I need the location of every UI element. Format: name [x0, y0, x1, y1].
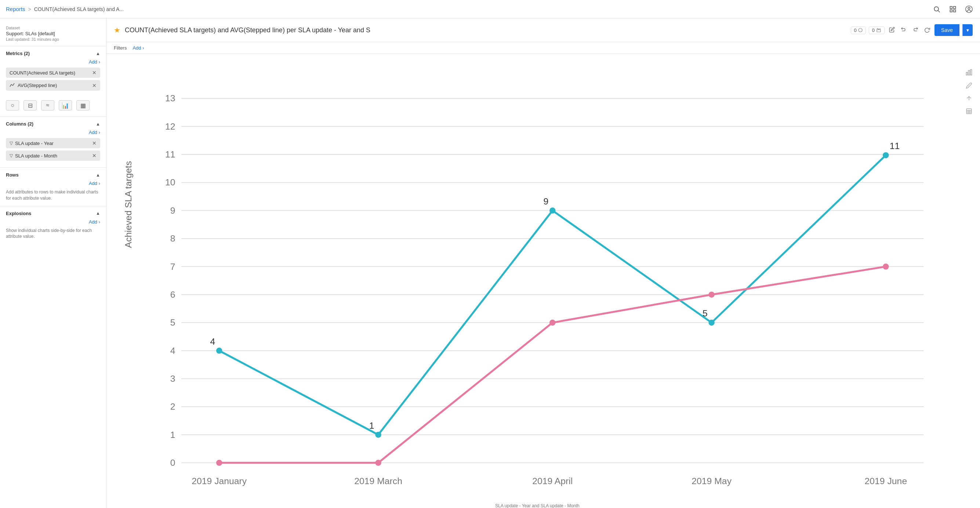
- undo-icon[interactable]: [899, 25, 908, 35]
- y-axis-label: Achieved SLA targets: [123, 161, 133, 248]
- user-icon[interactable]: [964, 4, 974, 14]
- metrics-title: Metrics (2): [6, 51, 30, 56]
- save-button[interactable]: Save: [934, 24, 959, 36]
- main-layout: Dataset Support: SLAs [default] Last upd…: [0, 18, 980, 508]
- breadcrumb-reports-link[interactable]: Reports: [6, 6, 25, 12]
- column-year-tag[interactable]: ▽ SLA update - Year ✕: [6, 138, 100, 148]
- svg-text:2019 April: 2019 April: [532, 476, 573, 486]
- rows-add-link[interactable]: Add ›: [6, 181, 100, 186]
- pencil-tool[interactable]: [966, 82, 972, 91]
- line2-pt3: [708, 291, 714, 298]
- line2-pt2: [549, 320, 556, 326]
- svg-text:6: 6: [170, 290, 175, 299]
- svg-rect-5: [954, 10, 956, 12]
- metric-count-remove[interactable]: ✕: [92, 70, 97, 76]
- svg-point-7: [968, 7, 970, 9]
- grid-icon[interactable]: [948, 4, 958, 14]
- svg-rect-3: [954, 6, 956, 8]
- svg-text:10: 10: [165, 177, 175, 187]
- counter1-icon: [858, 28, 862, 32]
- svg-text:12: 12: [165, 121, 175, 131]
- dataset-label: Dataset: [6, 26, 100, 30]
- svg-text:2: 2: [170, 401, 175, 411]
- svg-text:2019 January: 2019 January: [192, 476, 247, 486]
- explosions-empty-text: Show individual charts side-by-side for …: [6, 228, 100, 240]
- column-month-remove[interactable]: ✕: [92, 153, 97, 159]
- dataset-updated: Last updated: 31 minutes ago: [6, 37, 100, 41]
- columns-add-link[interactable]: Add ›: [6, 130, 100, 135]
- refresh-icon[interactable]: [923, 25, 932, 35]
- explosions-add-link[interactable]: Add ›: [6, 219, 100, 225]
- svg-rect-51: [966, 109, 972, 114]
- report-header: ★ COUNT(Achieved SLA targets) and AVG(St…: [107, 18, 980, 42]
- main-content: ★ COUNT(Achieved SLA targets) and AVG(St…: [107, 18, 980, 508]
- table-icon-btn[interactable]: ▦: [76, 100, 89, 110]
- line1-pt1: [375, 432, 381, 438]
- metric-tag-avg[interactable]: AVG(Stepped line) ✕: [6, 80, 100, 91]
- header-right-actions: [932, 4, 974, 14]
- svg-text:1: 1: [369, 420, 374, 430]
- metrics-add-link[interactable]: Add ›: [6, 59, 100, 65]
- column-month-tag[interactable]: ▽ SLA update - Month ✕: [6, 150, 100, 161]
- line2-pink: [219, 266, 886, 463]
- dataset-name: Support: SLAs [default]: [6, 31, 100, 36]
- search-icon[interactable]: [932, 4, 942, 14]
- rows-header: Rows ▲: [6, 172, 100, 178]
- columns-section: Columns (2) ▲ Add › ▽ SLA update - Year …: [0, 117, 106, 167]
- rows-section: Rows ▲ Add › Add attributes to rows to m…: [0, 168, 106, 206]
- svg-rect-49: [970, 70, 972, 75]
- columns-toggle[interactable]: ▲: [96, 121, 100, 127]
- redo-icon[interactable]: [911, 25, 920, 35]
- columns-title: Columns (2): [6, 121, 33, 127]
- svg-point-0: [934, 6, 939, 11]
- explosions-title: Explosions: [6, 211, 31, 216]
- svg-text:9: 9: [170, 205, 175, 215]
- svg-text:2019 June: 2019 June: [865, 476, 907, 486]
- filters-bar: Filters Add ›: [107, 42, 980, 54]
- svg-point-8: [859, 28, 862, 32]
- circle-icon-btn[interactable]: ○: [6, 100, 19, 110]
- metric-avg-remove[interactable]: ✕: [92, 83, 97, 88]
- save-dropdown-button[interactable]: ▾: [963, 24, 973, 36]
- rows-title: Rows: [6, 172, 19, 178]
- explosions-toggle[interactable]: ▲: [96, 211, 100, 216]
- svg-text:7: 7: [170, 262, 175, 272]
- sort-tool[interactable]: [966, 95, 972, 104]
- x-axis-label: SLA update - Year and SLA update - Month: [114, 503, 961, 508]
- wave-icon-btn[interactable]: ≈: [41, 100, 54, 110]
- table-tool[interactable]: [966, 108, 972, 116]
- chart-icon-btn[interactable]: 📊: [59, 100, 72, 110]
- svg-line-1: [938, 10, 940, 12]
- svg-text:4: 4: [210, 337, 215, 347]
- metrics-toggle[interactable]: ▲: [96, 51, 100, 56]
- svg-text:4: 4: [170, 346, 175, 356]
- metrics-header: Metrics (2) ▲: [6, 51, 100, 56]
- line1-pt4: [883, 152, 889, 159]
- metrics-section: Metrics (2) ▲ Add › COUNT(Achieved SLA t…: [0, 46, 106, 97]
- explosions-section: Explosions ▲ Add › Show individual chart…: [0, 206, 106, 244]
- explosions-header: Explosions ▲: [6, 211, 100, 216]
- column-type-icons: ○ ⊟ ≈ 📊 ▦: [0, 100, 106, 116]
- svg-text:1: 1: [170, 430, 175, 440]
- svg-text:5: 5: [170, 317, 175, 327]
- metric-tag-count[interactable]: COUNT(Achieved SLA targets) ✕: [6, 67, 100, 78]
- svg-text:3: 3: [170, 374, 175, 384]
- svg-text:11: 11: [890, 141, 900, 151]
- edit-icon[interactable]: [888, 25, 896, 35]
- column-month-label: SLA update - Month: [15, 153, 57, 159]
- column-year-remove[interactable]: ✕: [92, 140, 97, 146]
- star-icon[interactable]: ★: [114, 26, 120, 35]
- breadcrumb-separator: >: [28, 6, 31, 12]
- bar-chart-tool[interactable]: [965, 68, 973, 78]
- counter-badge-1: 0: [851, 26, 866, 34]
- svg-rect-2: [950, 6, 953, 8]
- metric-avg-label: AVG(Stepped line): [18, 83, 57, 88]
- bar-icon-btn[interactable]: ⊟: [24, 100, 37, 110]
- chart-svg: Achieved SLA targets 0 1 2 3: [114, 61, 961, 501]
- metric-count-label: COUNT(Achieved SLA targets): [10, 70, 75, 76]
- avg-chart-icon: [10, 82, 16, 88]
- columns-header: Columns (2) ▲: [6, 121, 100, 127]
- rows-toggle[interactable]: ▲: [96, 172, 100, 178]
- svg-text:0: 0: [170, 458, 175, 468]
- filters-add-link[interactable]: Add ›: [132, 45, 144, 51]
